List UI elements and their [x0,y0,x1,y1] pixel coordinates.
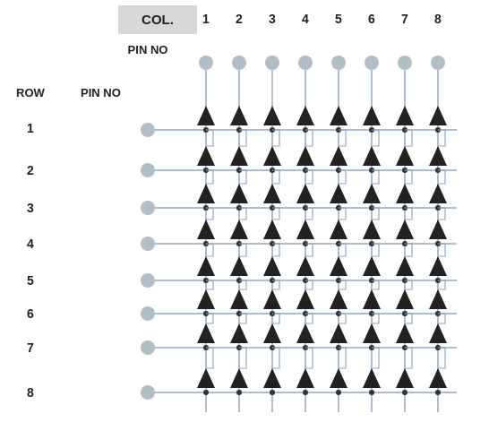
led-r1c8 [429,106,447,125]
col-num-8: 8 [434,12,442,26]
led-r3c7 [396,184,414,203]
col-num-2: 2 [236,12,243,26]
dot-r8c3 [270,390,275,395]
row-num-2: 2 [27,163,34,177]
dot-r8c5 [336,390,341,395]
row-num-4: 4 [27,237,34,251]
pin-no-left: PIN NO [81,86,121,99]
left-pin-row4 [141,237,155,251]
led-r1c3 [263,106,281,125]
row-num-3: 3 [27,201,34,215]
led-r3c8 [429,184,447,203]
top-pin-6 [365,56,379,70]
led-r1c6 [363,106,381,125]
led-r4c6 [363,220,381,239]
led-r8c3 [263,368,281,388]
dot-r8c8 [435,390,441,395]
led-r6c2 [230,289,248,309]
col-num-1: 1 [202,12,210,26]
left-pin-row5 [141,273,155,288]
top-pin-3 [265,56,279,70]
led-r8c1 [197,368,215,388]
row-num-1: 1 [27,121,34,135]
col-num-5: 5 [335,12,342,26]
led-r2c5 [330,146,347,166]
led-r1c5 [330,106,347,125]
led-r7c5 [330,323,347,343]
led-r3c4 [296,184,314,203]
led-r2c7 [396,146,414,166]
led-r6c4 [296,289,314,309]
led-r2c3 [263,146,281,166]
led-r3c2 [230,184,248,203]
led-r4c2 [230,220,248,239]
led-r1c7 [396,106,414,125]
top-pin-7 [398,56,412,70]
led-r1c1 [197,106,215,125]
led-r8c2 [230,368,248,388]
led-r1c2 [230,106,248,125]
led-r6c1 [197,289,215,309]
col-label: COL. [142,12,174,27]
top-pin-1 [199,56,213,70]
led-r8c5 [330,368,347,388]
led-r8c4 [296,368,314,388]
led-r1c4 [296,106,314,125]
led-r5c7 [396,256,414,276]
led-r8c6 [363,368,381,388]
row-label-header: ROW [16,86,46,99]
led-r5c3 [263,256,281,276]
led-r7c3 [263,323,281,343]
led-r6c6 [363,289,381,309]
col-num-3: 3 [269,12,276,26]
pin-no-top: PIN NO [128,43,168,56]
led-r3c1 [197,184,215,203]
led-r4c7 [396,220,414,239]
led-r6c5 [330,289,347,309]
led-r7c6 [363,323,381,343]
led-r6c8 [429,289,447,309]
left-pin-row1 [141,123,155,137]
left-pin-row6 [141,306,155,321]
led-r6c7 [396,289,414,309]
led-r6c3 [263,289,281,309]
led-r4c4 [296,220,314,239]
top-pin-2 [232,56,246,70]
led-r7c1 [197,323,215,343]
led-r4c8 [429,220,447,239]
l-connector-r7r8-c1 [206,348,213,368]
row-num-5: 5 [27,273,34,288]
led-r2c2 [230,146,248,166]
led-r4c3 [263,220,281,239]
led-r3c3 [263,184,281,203]
led-r7c8 [429,323,447,343]
left-pin-row2 [141,163,155,177]
led-r2c8 [429,146,447,166]
col-num-6: 6 [368,12,375,26]
l-connector-r7r8-c2 [239,348,246,368]
led-r7c2 [230,323,248,343]
top-pin-8 [431,56,445,70]
dot-r8c4 [303,390,308,395]
left-pin-row8 [141,385,155,400]
led-r5c4 [296,256,314,276]
dot-r8c6 [369,390,374,395]
row-num-8: 8 [27,385,34,400]
led-r5c8 [429,256,447,276]
led-matrix-diagram: COL. 1 2 3 4 5 6 7 8 PIN NO ROW PIN NO [0,0,489,448]
led-r4c5 [330,220,347,239]
top-pin-5 [331,56,346,70]
led-r8c8 [429,368,447,388]
led-r3c5 [330,184,347,203]
dot-r8c7 [402,390,408,395]
led-r5c6 [363,256,381,276]
col-num-7: 7 [401,12,408,26]
row-num-6: 6 [27,306,34,321]
col-num-4: 4 [302,12,309,26]
led-r4c1 [197,220,215,239]
led-r5c1 [197,256,215,276]
led-r7c4 [296,323,314,343]
led-r5c5 [330,256,347,276]
led-r5c2 [230,256,248,276]
led-r2c4 [296,146,314,166]
